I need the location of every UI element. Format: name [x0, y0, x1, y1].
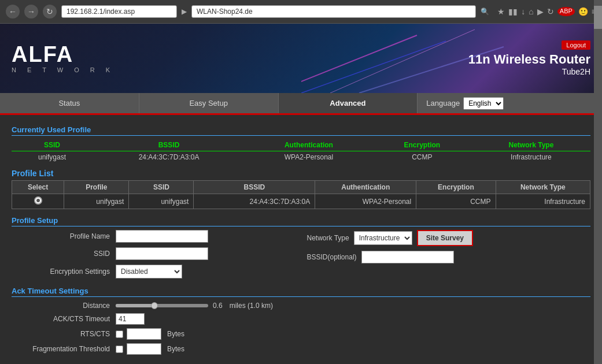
- frag-input[interactable]: [127, 343, 161, 355]
- bssid-input[interactable]: [361, 251, 454, 263]
- reader-icon[interactable]: ▮▮: [508, 7, 518, 16]
- network-type-label: Network Type: [307, 234, 349, 242]
- refresh2-icon[interactable]: ↻: [547, 7, 554, 16]
- cur-bssid-value: 24:A4:3C:7D:A3:0A: [93, 151, 245, 164]
- svg-line-1: [301, 41, 446, 93]
- row-ssid: unifygast: [129, 194, 194, 209]
- distance-unit: miles (1.0 km): [230, 302, 273, 310]
- tab-advanced[interactable]: Advanced: [279, 93, 418, 113]
- cur-col-nettype: Network Type: [472, 139, 590, 151]
- rts-cts-checkbox[interactable]: [116, 330, 123, 338]
- profile-setup-grid: Profile Name SSID Encryption Settings Di…: [12, 230, 590, 283]
- row-select[interactable]: [12, 194, 64, 209]
- radio-button[interactable]: [34, 196, 42, 205]
- distance-slider[interactable]: [116, 304, 208, 307]
- row-auth: WPA2-Personal: [315, 194, 416, 209]
- profile-setup-header: Profile Setup: [12, 216, 590, 226]
- distance-label: Distance: [12, 302, 116, 310]
- rts-cts-bytes-label: Bytes: [167, 330, 184, 338]
- cur-auth-value: WPA2-Personal: [245, 151, 372, 164]
- encryption-select[interactable]: Disabled WEP WPA-Personal WPA2-Personal: [116, 265, 182, 278]
- search-bar[interactable]: [191, 5, 476, 18]
- logo-area: ALFA N E T W O R K: [12, 43, 115, 73]
- profile-list-header: Profile List: [12, 169, 590, 178]
- col-select: Select: [12, 181, 64, 194]
- home-icon[interactable]: ⌂: [529, 7, 533, 16]
- address-bar[interactable]: [61, 5, 177, 18]
- distance-row: Distance 0.6 miles (1.0 km): [12, 302, 590, 310]
- ack-cts-input[interactable]: [116, 313, 145, 325]
- col-profile: Profile: [64, 181, 129, 194]
- profile-setup-left: Profile Name SSID Encryption Settings Di…: [12, 230, 296, 283]
- currently-used-profile-table: SSID BSSID Authentication Encryption Net…: [12, 139, 590, 163]
- rts-cts-row: RTS/CTS Bytes: [12, 328, 590, 340]
- frag-checkbox[interactable]: [116, 346, 123, 353]
- encryption-label: Encryption Settings: [12, 268, 116, 276]
- site-survey-button[interactable]: Site Survey: [417, 230, 473, 246]
- bssid-row: BSSID(optional): [307, 251, 591, 263]
- cur-nettype-value: Infrastructure: [472, 151, 590, 164]
- row-profile: unifygast: [64, 194, 129, 209]
- row-enc: CCMP: [416, 194, 496, 209]
- cur-col-ssid: SSID: [12, 139, 93, 151]
- tab-language: Language English: [418, 93, 602, 113]
- col-ssid: SSID: [129, 181, 194, 194]
- svg-line-0: [301, 35, 418, 93]
- profile-list-table: Select Profile SSID BSSID Authentication…: [12, 180, 590, 209]
- language-select[interactable]: English: [463, 97, 504, 110]
- tab-easy-setup[interactable]: Easy Setup: [139, 93, 279, 113]
- cur-enc-value: CCMP: [372, 151, 472, 164]
- go-icon: ▶: [182, 8, 187, 16]
- cur-col-enc: Encryption: [372, 139, 472, 151]
- download-icon[interactable]: ↓: [521, 7, 525, 16]
- scrollbar-thumb[interactable]: [594, 6, 602, 29]
- ack-cts-row: ACK/CTS Timeout: [12, 313, 590, 325]
- scrollbar[interactable]: [594, 0, 602, 364]
- ssid-row: SSID: [12, 247, 296, 260]
- profile-name-row: Profile Name: [12, 230, 296, 243]
- cur-col-auth: Authentication: [245, 139, 372, 151]
- slider-fill: [116, 304, 153, 307]
- frag-label: Fragmentation Threshold: [12, 345, 116, 353]
- col-nettype: Network Type: [496, 181, 590, 194]
- send-icon[interactable]: ▶: [537, 7, 544, 16]
- refresh-button[interactable]: ↻: [43, 5, 57, 18]
- alfa-network: N E T W O R K: [12, 66, 115, 73]
- col-auth: Authentication: [315, 181, 416, 194]
- rts-cts-input[interactable]: [127, 328, 161, 340]
- nav-tabs: Status Easy Setup Advanced Language Engl…: [0, 93, 602, 115]
- frag-bytes-label: Bytes: [167, 345, 184, 353]
- tab-status[interactable]: Status: [0, 93, 139, 113]
- profile-name-label: Profile Name: [12, 232, 116, 240]
- svg-line-3: [359, 47, 504, 93]
- forward-button[interactable]: →: [24, 5, 38, 18]
- currently-used-profile-header: Currently Used Profile: [12, 125, 590, 136]
- profile-name-input[interactable]: [116, 230, 208, 243]
- distance-value: 0.6: [213, 302, 223, 310]
- content-area: Currently Used Profile SSID BSSID Authen…: [0, 115, 602, 364]
- frag-row: Fragmentation Threshold Bytes: [12, 343, 590, 355]
- frag-checkbox-group: Bytes: [116, 343, 184, 355]
- back-button[interactable]: ←: [6, 5, 20, 18]
- header-decoration: [301, 24, 603, 93]
- col-bssid: BSSID: [194, 181, 315, 194]
- router-header: ALFA N E T W O R K Logout 11n Wireless R…: [0, 24, 602, 93]
- ack-timeout-section: Ack Timeout Settings Distance 0.6 miles …: [12, 287, 590, 355]
- smiley-icon[interactable]: 🙂: [578, 7, 588, 16]
- encryption-row: Encryption Settings Disabled WEP WPA-Per…: [12, 265, 296, 278]
- slider-thumb[interactable]: [151, 302, 158, 309]
- bssid-label: BSSID(optional): [307, 253, 357, 261]
- abp-icon[interactable]: ABP: [557, 7, 575, 16]
- table-row: unifygast unifygast 24:A4:3C:7D:A3:0A WP…: [12, 194, 590, 209]
- search-icon: 🔍: [481, 8, 489, 16]
- col-enc: Encryption: [416, 181, 496, 194]
- ssid-label: SSID: [12, 250, 116, 258]
- network-type-row: Network Type Infrastructure Ad-Hoc Site …: [307, 230, 591, 246]
- bookmark-icon[interactable]: ★: [497, 7, 505, 16]
- network-type-select[interactable]: Infrastructure Ad-Hoc: [354, 231, 412, 245]
- ssid-input[interactable]: [116, 247, 208, 260]
- cur-profile-row: unifygast 24:A4:3C:7D:A3:0A WPA2-Persona…: [12, 151, 590, 164]
- alfa-logo: ALFA: [12, 43, 115, 65]
- ack-timeout-header: Ack Timeout Settings: [12, 287, 590, 297]
- rts-cts-label: RTS/CTS: [12, 330, 116, 338]
